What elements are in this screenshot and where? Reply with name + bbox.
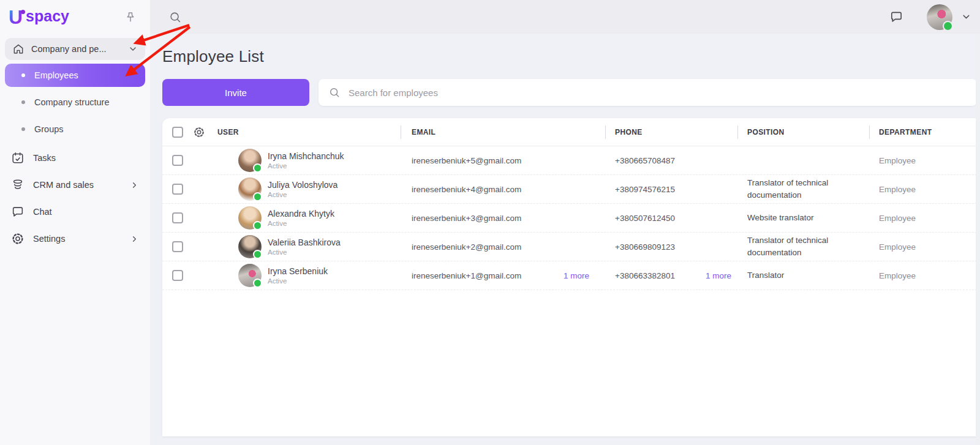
table-row[interactable]: Juliya Voloshylova Active ireneserbeniuk… [162, 175, 980, 204]
employee-avatar[interactable] [238, 264, 262, 287]
sidebar-item-label: Groups [34, 124, 64, 134]
employee-status: Active [268, 191, 337, 198]
employee-department: Employee [879, 214, 916, 223]
column-header-position[interactable]: POSITION [737, 128, 869, 136]
sidebar-item-settings[interactable]: Settings [5, 225, 145, 252]
employee-avatar[interactable] [238, 149, 262, 172]
employee-status: Active [268, 277, 328, 285]
table-row[interactable]: Iryna Serbeniuk Active ireneserbeniuk+1@… [162, 261, 980, 290]
employee-email: ireneserbeniuk+4@gmail.com [412, 185, 521, 194]
employee-status: Active [268, 220, 334, 227]
table-row[interactable]: Alexandra Khytyk Active ireneserbeniuk+3… [162, 204, 980, 233]
sidebar-item-label: Company structure [34, 97, 110, 107]
page-title: Employee List [162, 47, 980, 66]
gear-icon [11, 232, 24, 245]
sidebar-item-label: CRM and sales [33, 180, 121, 190]
app-window: U spacy Company and pe... Employees Comp… [0, 0, 980, 445]
phone-more-link[interactable]: 1 more [706, 271, 731, 280]
employee-search-box [318, 79, 977, 106]
employee-phone: +380665708487 [615, 156, 675, 165]
search-icon [328, 86, 341, 99]
employee-search-input[interactable] [349, 88, 967, 98]
messages-icon[interactable] [889, 10, 903, 24]
department-cell: Employee [869, 156, 980, 165]
column-header-phone[interactable]: PHONE [605, 128, 737, 136]
user-cell: Iryna Serbeniuk Active [214, 264, 401, 287]
row-checkbox[interactable] [172, 270, 183, 281]
employee-position: Translator of technical documentation [747, 236, 828, 257]
email-more-link[interactable]: 1 more [564, 271, 589, 280]
department-cell: Employee [869, 242, 980, 252]
invite-button[interactable]: Invite [162, 79, 309, 106]
phone-cell: +380663382801 1 more [605, 271, 737, 280]
employee-department: Employee [879, 185, 916, 194]
profile-chevron-down-icon[interactable] [961, 12, 971, 22]
workspace-selector-label: Company and pe... [31, 44, 121, 54]
table-row[interactable]: Iryna Mishchanchuk Active ireneserbeniuk… [162, 146, 980, 175]
user-avatar[interactable] [927, 4, 952, 30]
phone-cell: +380669809123 [605, 242, 737, 252]
sidebar-item-employees[interactable]: Employees [5, 64, 145, 87]
sidebar-item-tasks[interactable]: Tasks [5, 144, 145, 171]
chevron-right-icon [130, 181, 139, 190]
employee-phone: +380974576215 [615, 185, 675, 194]
position-cell: Translator of technical documentation [737, 177, 869, 202]
row-checkbox[interactable] [172, 155, 183, 166]
employee-name[interactable]: Iryna Serbeniuk [268, 266, 328, 277]
column-header-department[interactable]: DEPARTMENT [869, 128, 980, 136]
phone-cell: +380507612450 [605, 214, 737, 223]
email-cell: ireneserbeniuk+1@gmail.com 1 more [401, 271, 605, 280]
sidebar-item-label: Chat [33, 207, 139, 217]
employee-phone: +380663382801 [615, 271, 675, 280]
row-checkbox[interactable] [172, 184, 183, 195]
home-icon [12, 43, 24, 55]
employee-position: Translator of technical documentation [747, 178, 828, 200]
employee-department: Employee [879, 271, 916, 280]
employee-position: Website translator [747, 213, 814, 222]
employee-department: Employee [879, 156, 916, 165]
row-checkbox[interactable] [172, 212, 183, 223]
sidebar-item-groups[interactable]: Groups [5, 118, 145, 141]
table-settings-gear-icon[interactable] [193, 126, 205, 138]
global-search-icon[interactable] [168, 10, 182, 24]
employee-avatar[interactable] [238, 235, 262, 258]
table-row[interactable]: Valeriia Bashkirova Active ireneserbeniu… [162, 233, 980, 261]
user-cell: Alexandra Khytyk Active [214, 206, 401, 230]
employee-avatar[interactable] [238, 178, 262, 201]
phone-cell: +380665708487 [605, 156, 737, 165]
section-subnav: Employees Company structure Groups [0, 64, 150, 141]
employee-avatar[interactable] [238, 206, 262, 230]
row-check-cell [162, 184, 193, 195]
table-header-row: USER EMAIL PHONE POSITION DEPARTMENT [162, 118, 980, 146]
employee-name[interactable]: Juliya Voloshylova [268, 180, 337, 190]
column-header-user[interactable]: USER [214, 128, 401, 136]
bullet-dot [21, 73, 25, 77]
user-cell: Iryna Mishchanchuk Active [214, 149, 401, 172]
chevron-right-icon [130, 234, 139, 244]
content-area: Employee List Invite USER EMAIL PHONE [150, 34, 980, 436]
employee-name[interactable]: Iryna Mishchanchuk [268, 151, 344, 162]
logo-dot [21, 10, 25, 14]
department-cell: Employee 2 more [869, 271, 980, 280]
sidebar: U spacy Company and pe... Employees Comp… [0, 0, 150, 445]
sidebar-item-crm-and-sales[interactable]: CRM and sales [5, 171, 145, 198]
column-header-email[interactable]: EMAIL [401, 128, 605, 136]
bullet-dot [21, 127, 25, 131]
employee-name[interactable]: Alexandra Khytyk [268, 209, 334, 219]
employee-name[interactable]: Valeriia Bashkirova [268, 237, 341, 248]
workspace-selector[interactable]: Company and pe... [5, 38, 145, 60]
sidebar-item-company-structure[interactable]: Company structure [5, 91, 145, 114]
row-checkbox[interactable] [172, 241, 183, 252]
phone-cell: +380974576215 [605, 185, 737, 194]
employee-email: ireneserbeniuk+3@gmail.com [412, 214, 521, 223]
chat-bubble-icon [11, 205, 24, 219]
user-cell: Juliya Voloshylova Active [214, 178, 401, 201]
employee-position: Translator [747, 271, 784, 280]
select-all-checkbox[interactable] [172, 127, 183, 138]
uspacy-logo[interactable]: U spacy [9, 7, 69, 27]
email-cell: ireneserbeniuk+2@gmail.com [401, 242, 605, 252]
pin-icon[interactable] [124, 11, 137, 23]
sidebar-item-chat[interactable]: Chat [5, 198, 145, 225]
logo-letter: U [9, 7, 23, 27]
sidebar-item-label: Employees [34, 70, 78, 80]
